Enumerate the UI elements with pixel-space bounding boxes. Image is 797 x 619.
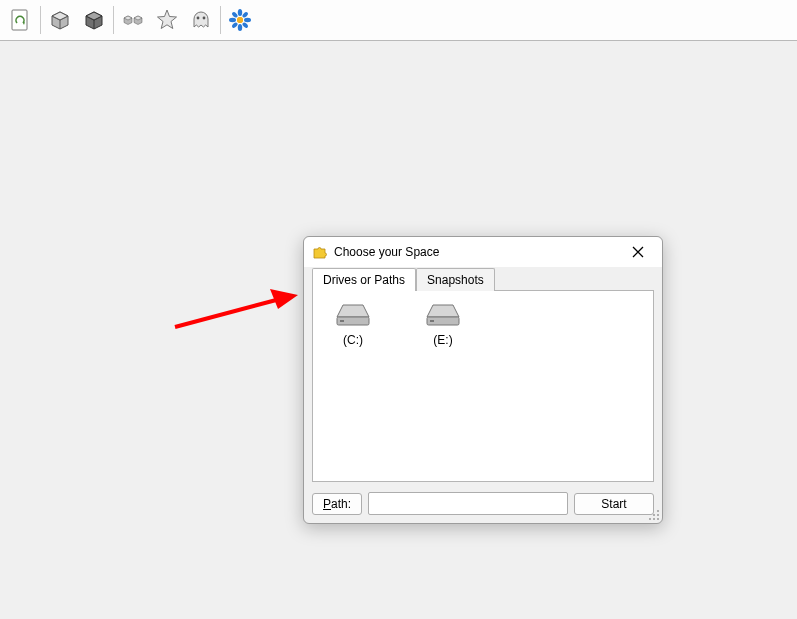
- drive-item-c[interactable]: (C:): [323, 301, 383, 347]
- toolbar-separator: [113, 6, 114, 34]
- gear-flower-icon: [228, 8, 252, 32]
- svg-point-12: [237, 17, 243, 23]
- dialog-body: Drives or Paths Snapshots (C:): [304, 267, 662, 523]
- tab-label: Drives or Paths: [323, 273, 405, 287]
- svg-point-23: [653, 518, 655, 520]
- svg-point-22: [649, 518, 651, 520]
- svg-line-13: [175, 299, 280, 327]
- drives-pane: (C:) (E:): [312, 290, 654, 482]
- small-cubes-button[interactable]: [116, 3, 150, 37]
- path-button[interactable]: Path:: [312, 493, 362, 515]
- svg-point-8: [231, 11, 238, 18]
- cube-dark-icon: [82, 8, 106, 32]
- resize-grip-icon[interactable]: [648, 509, 660, 521]
- cube-icon: [48, 8, 72, 32]
- hard-drive-icon: [333, 301, 373, 329]
- dialog-title: Choose your Space: [334, 245, 622, 259]
- svg-rect-18: [430, 320, 434, 322]
- svg-point-19: [657, 510, 659, 512]
- path-button-label-rest: ath:: [331, 497, 351, 511]
- main-toolbar: [0, 0, 797, 41]
- svg-point-11: [242, 22, 249, 29]
- svg-marker-14: [270, 289, 298, 309]
- star-button[interactable]: [150, 3, 184, 37]
- choose-space-dialog: Choose your Space Drives or Paths Snapsh…: [303, 236, 663, 524]
- drive-label: (E:): [413, 333, 473, 347]
- ghost-button[interactable]: [184, 3, 218, 37]
- tab-snapshots[interactable]: Snapshots: [416, 268, 495, 291]
- svg-point-24: [657, 518, 659, 520]
- svg-rect-16: [340, 320, 344, 322]
- svg-point-20: [653, 514, 655, 516]
- settings-flower-button[interactable]: [223, 3, 257, 37]
- drive-item-e[interactable]: (E:): [413, 301, 473, 347]
- puzzle-icon: [312, 244, 328, 260]
- hard-drive-icon: [423, 301, 463, 329]
- cube-dark-button[interactable]: [77, 3, 111, 37]
- svg-point-10: [231, 22, 238, 29]
- cubes-small-icon: [121, 8, 145, 32]
- dialog-bottom-row: Path: Start: [312, 492, 654, 515]
- close-icon: [632, 246, 644, 258]
- svg-point-1: [197, 17, 200, 20]
- tab-drives[interactable]: Drives or Paths: [312, 268, 416, 291]
- refresh-button[interactable]: [4, 3, 38, 37]
- svg-point-9: [242, 11, 249, 18]
- annotation-arrow-icon: [170, 287, 300, 337]
- path-input[interactable]: [368, 492, 568, 515]
- svg-point-21: [657, 514, 659, 516]
- close-button[interactable]: [622, 240, 654, 264]
- toolbar-separator: [40, 6, 41, 34]
- cube-button[interactable]: [43, 3, 77, 37]
- svg-point-6: [229, 18, 236, 22]
- main-area: Choose your Space Drives or Paths Snapsh…: [0, 41, 797, 619]
- svg-point-5: [238, 24, 242, 31]
- star-icon: [155, 8, 179, 32]
- start-button[interactable]: Start: [574, 493, 654, 515]
- toolbar-separator: [220, 6, 221, 34]
- ghost-icon: [189, 8, 213, 32]
- svg-point-2: [203, 17, 206, 20]
- refresh-icon: [10, 9, 32, 31]
- drive-label: (C:): [323, 333, 383, 347]
- tab-bar: Drives or Paths Snapshots: [312, 268, 654, 291]
- tab-label: Snapshots: [427, 273, 484, 287]
- dialog-titlebar[interactable]: Choose your Space: [304, 237, 662, 267]
- svg-point-7: [244, 18, 251, 22]
- svg-point-4: [238, 9, 242, 16]
